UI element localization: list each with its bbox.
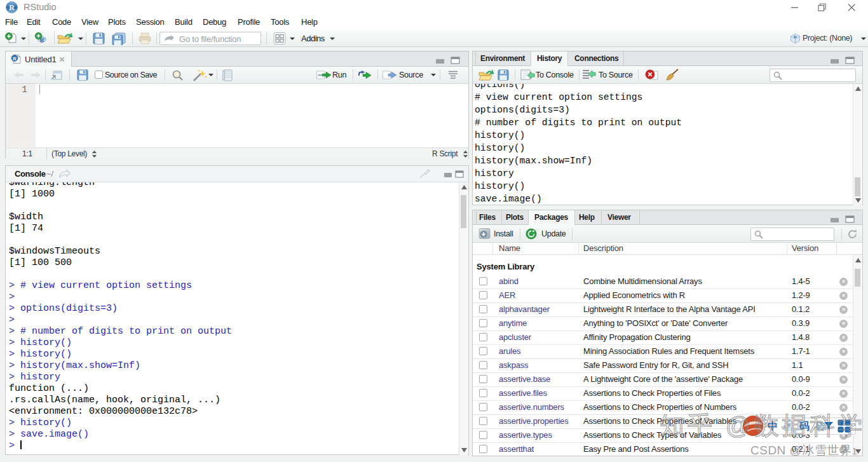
svg-text:R: R: [13, 56, 17, 62]
svg-text:R: R: [9, 3, 15, 12]
